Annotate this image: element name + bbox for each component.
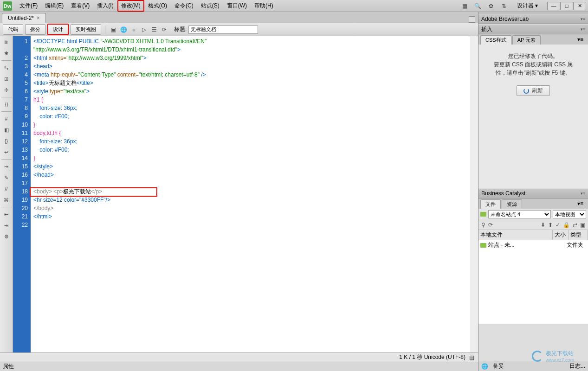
put-icon[interactable]: ⬆	[548, 222, 553, 228]
design-view-button[interactable]: 设计	[47, 24, 69, 35]
live-view-button[interactable]: 实时视图	[71, 24, 101, 35]
title-label: 标题:	[174, 26, 187, 33]
site-select[interactable]: 未命名站点 4	[488, 210, 551, 218]
view-select[interactable]: 本地视图	[553, 210, 586, 218]
word-wrap-icon[interactable]: ↩	[2, 148, 11, 156]
title-bar: Dw 文件(F)编辑(E)查看(V)插入(I)修改(M)格式(O)命令(C)站点…	[0, 0, 588, 12]
close-button[interactable]: ✕	[573, 2, 586, 10]
file-list[interactable]: 站点 - 未... 文件夹	[478, 240, 588, 324]
open-docs-icon[interactable]: 🗎	[2, 38, 11, 46]
workspace-label[interactable]: 设计器 ▾	[513, 1, 542, 11]
outdent2-icon[interactable]: ⇤	[2, 210, 11, 218]
expand-files-icon[interactable]: ▣	[580, 222, 585, 228]
log-link[interactable]: 日志...	[569, 362, 585, 370]
snippet-icon[interactable]: ✎	[2, 173, 11, 182]
select-parent-icon[interactable]: ✢	[2, 86, 11, 94]
files-panel-tabs: 文件 资源 ▾≡	[478, 198, 588, 209]
code-view-button[interactable]: 代码	[3, 24, 23, 35]
play-icon[interactable]: ▷	[140, 26, 148, 34]
watermark-logo-icon	[532, 351, 543, 362]
menu-item[interactable]: 文件(F)	[16, 0, 41, 12]
minimize-button[interactable]: —	[547, 2, 560, 10]
comment-icon[interactable]: //	[2, 185, 11, 193]
line-num-icon[interactable]: #	[2, 115, 11, 123]
editor-statusbar: 1 K / 1 秒 Unicode (UTF-8) ▤	[0, 352, 478, 362]
document-tabstrip: Untitled-2* ×	[0, 12, 478, 23]
col-size[interactable]: 大小	[553, 230, 569, 240]
css-panel-body: 您已经修改了代码。 要更新 CSS 面板或编辑 CSS 属 性，请单击"刷新"或…	[478, 45, 588, 188]
watermark: 极光下载站 www.xz7.com	[532, 350, 574, 363]
layout-icon[interactable]: ▦	[461, 2, 469, 10]
menu-item[interactable]: 编辑(E)	[41, 0, 67, 12]
split-view-button[interactable]: 拆分	[25, 24, 45, 35]
col-localfile[interactable]: 本地文件	[478, 230, 553, 240]
refresh-icon[interactable]: ⟳	[160, 26, 168, 34]
site-folder-icon	[480, 243, 486, 248]
options-icon[interactable]: ☰	[150, 26, 158, 34]
checkin-icon[interactable]: 🔒	[563, 222, 570, 228]
sync-files-icon[interactable]: ⇄	[573, 222, 577, 228]
refresh-spin-icon	[523, 88, 529, 94]
balanced-icon[interactable]: ⟨⟩	[2, 100, 11, 109]
wrap-icon[interactable]: ✱	[2, 49, 11, 58]
file-type: 文件夹	[567, 241, 586, 249]
title-input[interactable]	[188, 26, 258, 34]
vertical-scrollbar[interactable]	[471, 36, 478, 352]
menu-item[interactable]: 修改(M)	[117, 0, 144, 12]
format-icon[interactable]: ⚙	[2, 232, 11, 241]
properties-bar[interactable]: 属性	[0, 362, 478, 371]
close-tab-icon[interactable]: ×	[37, 15, 40, 21]
main-menu: 文件(F)编辑(E)查看(V)插入(I)修改(M)格式(O)命令(C)站点(S)…	[16, 0, 277, 12]
connect-icon[interactable]: ⚲	[481, 222, 485, 228]
globe-icon[interactable]: 🌐	[119, 26, 128, 34]
file-name: 站点 - 未...	[488, 241, 547, 249]
css-msg-line3: 性，请单击"刷新"或按 F5 键。	[486, 69, 581, 77]
menu-item[interactable]: 站点(S)	[197, 0, 223, 12]
code-editor[interactable]: 12345678910111213141516171819202122 <!DO…	[13, 36, 471, 352]
css-styles-tab[interactable]: CSS样式	[480, 35, 511, 45]
business-catalyst-header[interactable]: Business Catalyst▾≡	[478, 188, 588, 198]
insert-panel-header[interactable]: 插入▾≡	[478, 24, 588, 34]
menu-item[interactable]: 格式(O)	[144, 0, 171, 12]
get-icon[interactable]: ⬇	[541, 222, 545, 228]
ready-icon: 🌐	[481, 363, 488, 370]
menu-item[interactable]: 帮助(H)	[251, 0, 277, 12]
sync-icon[interactable]: ⇅	[500, 2, 508, 10]
css-msg-line1: 您已经修改了代码。	[486, 52, 581, 60]
inspect-icon[interactable]: ⟐	[129, 26, 138, 34]
files-tab[interactable]: 文件	[480, 199, 501, 209]
properties-label: 属性	[3, 363, 14, 371]
indent-icon[interactable]: ⇥	[2, 162, 11, 171]
browse-icon[interactable]: ▣	[109, 26, 117, 34]
document-tab[interactable]: Untitled-2* ×	[2, 13, 46, 23]
indent2-icon[interactable]: ⇥	[2, 221, 11, 230]
menu-item[interactable]: 窗口(W)	[223, 0, 251, 12]
recent-icon[interactable]: ⌘	[2, 196, 11, 204]
extend-icon[interactable]: ✿	[487, 2, 495, 10]
files-columns-header: 本地文件 大小 类型	[478, 230, 588, 240]
browserlab-panel-header[interactable]: Adobe BrowserLab▾≡	[478, 14, 588, 24]
menu-item[interactable]: 命令(C)	[171, 0, 197, 12]
search-icon[interactable]: 🔍	[474, 2, 482, 10]
menu-item[interactable]: 插入(I)	[93, 0, 117, 12]
expand-icon[interactable]: ⊞	[2, 75, 11, 83]
syntax-icon[interactable]: {}	[2, 137, 11, 145]
ready-label: 备妥	[493, 362, 504, 370]
assets-tab[interactable]: 资源	[502, 199, 522, 209]
col-type[interactable]: 类型	[569, 230, 588, 240]
document-toolbar: 代码 拆分 设计 实时视图 ▣ 🌐 ⟐ ▷ ☰ ⟳ 标题:	[0, 23, 478, 36]
encoding-status: 1 K / 1 秒 Unicode (UTF-8)	[399, 353, 465, 361]
collapse-icon[interactable]: ⇆	[2, 64, 11, 72]
source-code[interactable]: <!DOCTYPE html PUBLIC "-//W3C//DTD XHTML…	[31, 36, 471, 352]
highlight-icon[interactable]: ◧	[2, 126, 11, 134]
status-menu-icon[interactable]: ▤	[469, 354, 474, 361]
ap-elements-tab[interactable]: AP 元素	[512, 35, 541, 45]
refresh-button[interactable]: 刷新	[517, 85, 550, 96]
app-logo: Dw	[3, 1, 12, 11]
checkout-icon[interactable]: ✓	[556, 222, 560, 228]
restore-doc-icon[interactable]	[469, 16, 475, 23]
maximize-button[interactable]: □	[560, 2, 573, 10]
refresh-files-icon[interactable]: ⟳	[488, 222, 493, 228]
file-row[interactable]: 站点 - 未... 文件夹	[478, 240, 588, 250]
menu-item[interactable]: 查看(V)	[67, 0, 93, 12]
